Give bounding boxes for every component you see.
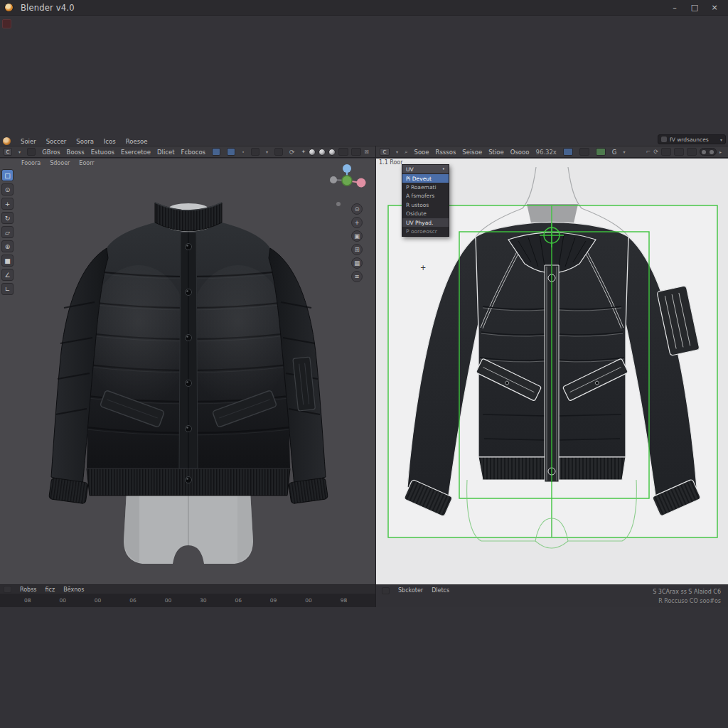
view-layer-selector[interactable]: fV wrdsaunces ▾ [658, 134, 726, 144]
breadcrumb-item[interactable]: Fooora [21, 160, 41, 166]
uv-corner-label: 1.1 Roor [379, 159, 403, 166]
sync-icon[interactable]: ⟳ [653, 149, 658, 155]
shading-wireframe-icon[interactable] [309, 149, 316, 156]
uv-editor-header: C ▾ ⌕ Sooe Rsssos Seisoe Stioe Osooo 96.… [375, 146, 728, 158]
menu-item-default[interactable]: Pi Deveut [402, 174, 449, 183]
blender-window: Blender v4.0 – □ × Soier Soccer Soora Ic… [0, 0, 728, 728]
orthographic-icon[interactable]: ⊞ [351, 244, 363, 255]
add-cube-tool-icon[interactable]: ∟ [1, 283, 14, 295]
image-new-icon[interactable] [579, 148, 589, 156]
mode-icon[interactable] [27, 148, 36, 156]
editor-type-icon[interactable]: C [4, 148, 12, 156]
menu-image[interactable]: Seisoe [462, 149, 482, 156]
cursor-tool-icon[interactable]: ⊙ [1, 183, 14, 196]
menu-transform[interactable]: Dlicet [157, 149, 175, 156]
menu-item-6[interactable]: P ooroeoscr [402, 227, 449, 235]
frame-tick: 00 [59, 597, 94, 604]
nav-gizmo[interactable] [327, 162, 367, 202]
shading-material-icon[interactable] [328, 149, 336, 156]
menu-edit[interactable]: Soccer [46, 138, 67, 145]
menu-item-uv-project[interactable]: UV Phyad. [402, 218, 449, 227]
breadcrumb-item[interactable]: Sdooer [50, 160, 70, 166]
timeline-ruler[interactable]: 08 00 00 06 00 30 06 09 00 98 [0, 594, 375, 607]
overlay-toggle-pill[interactable] [700, 148, 717, 156]
viewport-3d[interactable] [0, 159, 375, 584]
footer-menu-1[interactable]: Dletcs [432, 587, 449, 594]
tool-settings-icon[interactable]: ⌐ [646, 149, 651, 155]
g-button[interactable]: G [612, 149, 617, 156]
frame-tick: 09 [270, 597, 305, 604]
menu-object[interactable]: Esercetoe [121, 149, 151, 156]
camera-view-icon[interactable]: ▣ [351, 230, 363, 242]
menu-help[interactable]: Roesoe [126, 138, 148, 145]
window-title: Blender v4.0 [21, 3, 75, 13]
breadcrumb-item[interactable]: Eoorr [79, 160, 94, 166]
editor-type-icon[interactable]: C [380, 148, 390, 156]
sticky-select-icon[interactable] [687, 148, 697, 156]
pan-hand-icon[interactable]: + [351, 217, 363, 228]
snap-magnet-icon[interactable] [212, 148, 220, 156]
options-icon[interactable]: ≡ [351, 271, 363, 282]
menu-select[interactable]: Booss [67, 149, 85, 156]
menu-extra[interactable]: Osooo [510, 149, 530, 156]
rotate-tool-icon[interactable]: ↻ [1, 212, 14, 224]
blender-menu-icon[interactable] [3, 137, 11, 145]
menu-item-4[interactable]: Osidute [402, 210, 449, 218]
zoom-icon[interactable]: ⊙ [351, 203, 363, 215]
footer-menu-0[interactable]: Sbckoter [398, 587, 423, 594]
footer-editor-icon[interactable] [382, 587, 390, 594]
taskbar-app-icon[interactable] [2, 19, 11, 28]
frame-tick: 00 [165, 597, 200, 604]
menu-file[interactable]: Soier [21, 138, 36, 145]
image-alpha-icon[interactable] [596, 148, 606, 156]
status-text-2: R Roccuso CO soo#os [658, 598, 721, 604]
minimize-icon[interactable]: – [670, 3, 680, 12]
search-icon[interactable]: ⌕ [405, 149, 407, 156]
close-icon[interactable]: × [710, 3, 719, 12]
uv-select-mode-icon[interactable] [674, 148, 684, 156]
transform-tool-icon[interactable]: ⊕ [1, 240, 14, 252]
maximize-icon[interactable]: □ [690, 3, 700, 12]
shading-rendered-icon[interactable] [338, 148, 348, 156]
uv-dropdown-menu: UV • Pi Deveut P Roaemati A fsmofers R u… [402, 164, 449, 237]
move-tool-icon[interactable]: + [1, 198, 14, 210]
frame-tick: 00 [305, 597, 340, 604]
menu-options[interactable]: Fcbocos [181, 149, 205, 156]
viewport-header: C ▾ GBros Booss Estuoos Esercetoe Dlicet… [0, 146, 375, 158]
menu-window[interactable]: Icos [104, 138, 116, 145]
image-pin-icon[interactable] [563, 148, 573, 156]
menu-item-1[interactable]: P Roaemati [402, 183, 449, 191]
gizmo-toggle-icon[interactable]: ✦ [301, 149, 306, 155]
menu-view[interactable]: GBros [42, 149, 60, 156]
measure-tool-icon[interactable]: ∠ [1, 269, 14, 281]
menu-item-2[interactable]: A fsmofers [402, 192, 449, 200]
menu-select[interactable]: Rsssos [436, 149, 456, 156]
toolbar: □ ⊙ + ↻ ▱ ⊕ ■ ∠ ∟ [1, 169, 14, 295]
proportional-edit-icon[interactable] [251, 148, 259, 156]
orientation-icon[interactable]: ⟳ [289, 149, 295, 156]
timeline-editor-icon[interactable] [4, 586, 11, 593]
menu-add[interactable]: Estuoos [91, 149, 114, 156]
annotate-tool-icon[interactable]: ■ [1, 255, 14, 267]
menu-item-3[interactable]: R ustoos [402, 200, 449, 209]
xray-icon[interactable]: ⊠ [364, 149, 369, 155]
timeline-menu-marker[interactable]: Bēxnos [63, 587, 84, 593]
snap-target-icon[interactable] [227, 148, 235, 156]
chevron-right-icon: ▸ [719, 149, 722, 154]
grid-icon[interactable]: ▦ [351, 257, 363, 269]
select-box-tool-icon[interactable]: □ [1, 169, 14, 181]
menu-render[interactable]: Soora [76, 138, 94, 145]
overlays-icon[interactable] [351, 148, 361, 156]
timeline-menu-playback[interactable]: Robss [20, 587, 37, 593]
menu-uv[interactable]: Stioe [488, 149, 504, 156]
empty-workspace-area [0, 607, 728, 728]
scale-tool-icon[interactable]: ▱ [1, 226, 14, 238]
title-bar: Blender v4.0 – □ × [0, 0, 728, 16]
shading-solid-icon[interactable] [318, 149, 326, 156]
frame-tick: 30 [200, 597, 235, 604]
timeline-menu-view[interactable]: ficz [46, 587, 55, 593]
menu-view[interactable]: Sooe [414, 149, 429, 156]
display-mode-icon[interactable] [661, 148, 671, 156]
pivot-point-icon[interactable] [274, 148, 283, 156]
blender-logo-icon [4, 3, 14, 12]
